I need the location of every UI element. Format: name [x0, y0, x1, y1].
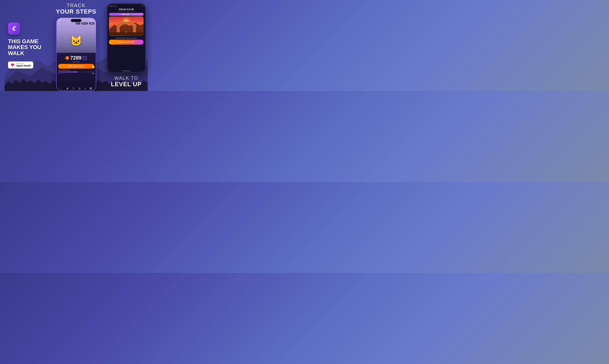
- center-section: TRACK YOUR STEPS 22:40 ▪▪ WiFi 🔋 ⚙ 🔥 1: [51, 0, 101, 91]
- svg-point-10: [126, 31, 127, 32]
- track-line2: YOUR STEPS: [56, 8, 97, 15]
- right-section: Level 1 / 65 ✕ Delicate Arch 🇺🇸 🥾 Comple…: [102, 0, 152, 91]
- track-heading: TRACK YOUR STEPS: [56, 0, 97, 15]
- nav-trophy-icon[interactable]: 🏆: [72, 87, 75, 90]
- walk-to-heading: WALK TO LEVEL UP: [111, 75, 142, 88]
- hike-icon: 🥾: [117, 10, 119, 12]
- works-with-label: Works with: [16, 63, 31, 65]
- app-icon-letter: €: [12, 25, 16, 32]
- progress-bar: [58, 72, 94, 72]
- arrow-icon: → 3: [92, 69, 94, 71]
- phone2-image: [109, 16, 144, 36]
- phone-frame: 22:40 ▪▪ WiFi 🔋 ⚙ 🔥 1 💎 3999 lv.3: [56, 18, 96, 91]
- nav-tasks-icon[interactable]: 📋: [66, 87, 69, 90]
- track-line1: TRACK: [56, 3, 97, 8]
- level-label: lv.3: [90, 23, 93, 24]
- phone2-title-area: Delicate Arch 🇺🇸 🥾 Complete this hike to…: [107, 7, 145, 12]
- walk-to-label: WALK TO: [111, 75, 142, 81]
- phone-top-bar: 🔥 1 💎 3999 lv.3: [58, 22, 95, 25]
- phone2-collect-button[interactable]: Collect reward (+25 💎): [109, 40, 144, 45]
- phone-bottom-panel: 🏆 7289 29% Steps today LOG +3822 STEPS 👆…: [57, 53, 96, 91]
- level-up-label: LEVEL UP: [111, 81, 142, 88]
- level-badge: lv.3: [89, 22, 94, 25]
- health-heart-icon: [10, 63, 15, 67]
- logged-prefix: 3467: [58, 69, 61, 71]
- phone-status-icons: ▪▪ WiFi 🔋: [89, 20, 94, 21]
- gem-count: 3999: [84, 23, 87, 24]
- tagline-line1: THIS GAME: [8, 38, 39, 44]
- tagline-line2: MAKES YOU: [8, 44, 41, 50]
- diamond-icon: 💎: [93, 73, 94, 74]
- nav-shop-icon[interactable]: 🏪: [78, 87, 81, 90]
- gem-badge: 💎 3999: [81, 22, 88, 25]
- logged-plus: +12538: [61, 69, 65, 71]
- phone-time: 22:40: [58, 20, 61, 21]
- steps-display: 🏆 7289 29%: [58, 54, 94, 61]
- steps-number: 7289: [70, 55, 82, 61]
- app-icon: €: [8, 23, 20, 34]
- phone2-close-button[interactable]: ✕: [142, 5, 143, 7]
- phone2-subtitle: 🥾 Complete this hike to level up!: [109, 10, 143, 12]
- flame-icon: 🔥: [77, 23, 78, 24]
- nav-stats-icon[interactable]: 📊: [90, 87, 92, 90]
- progress-labels: 3 467 / 6 500 18 💎: [58, 73, 94, 74]
- tagline: THIS GAME MAKES YOU WALK: [8, 39, 41, 56]
- flame-count: 1: [79, 23, 79, 24]
- trophy-icon: 🏆: [65, 56, 69, 60]
- phone2-progress-pill: 2 400 / 2 400 👟: [109, 13, 144, 16]
- phone-status-bar: 22:40 ▪▪ WiFi 🔋: [58, 19, 94, 22]
- tagline-line3: WALK: [8, 50, 24, 56]
- hand-pointer-icon: 👆: [91, 64, 96, 68]
- right-phone: Level 1 / 65 ✕ Delicate Arch 🇺🇸 🥾 Comple…: [107, 3, 146, 73]
- center-phone: 22:40 ▪▪ WiFi 🔋 ⚙ 🔥 1 💎 3999 lv.3: [56, 18, 96, 91]
- left-section: € THIS GAME MAKES YOU WALK Works with Ap…: [4, 0, 49, 91]
- gem-icon: 💎: [83, 23, 84, 24]
- log-steps-button[interactable]: LOG +3822 STEPS 👆: [58, 64, 94, 69]
- phone-nav: 🚶 📋 🏆 🏪 ⊞ 📊: [57, 87, 96, 90]
- logged-suffix: Logged: [66, 69, 70, 71]
- progress-bar-fill: [58, 72, 77, 72]
- nav-grid-icon[interactable]: ⊞: [84, 87, 86, 90]
- phone2-complete-text: Level completed, claim your reward: [107, 36, 145, 40]
- gem-reward: 18 💎: [91, 73, 94, 74]
- phone2-status: Level 1 / 65 ✕: [107, 4, 145, 7]
- apple-health-text: Works with Apple Health: [16, 63, 31, 67]
- phone2-location: Delicate Arch 🇺🇸: [109, 8, 143, 10]
- arch-svg: [109, 16, 144, 36]
- phone2-home-indicator: [122, 71, 130, 71]
- steps-label: Steps today: [58, 61, 94, 63]
- progress-start: 3 467 / 6 500: [58, 73, 65, 74]
- apple-health-label: Apple Health: [16, 65, 31, 67]
- nav-walk-icon[interactable]: 🚶: [60, 87, 63, 90]
- steps-percent: 29%: [83, 56, 87, 60]
- cat-character: 🐱: [70, 35, 82, 47]
- flame-badge: 🔥 1: [76, 22, 80, 25]
- logged-info: 3467 +12538 Logged → 3: [58, 69, 94, 71]
- apple-health-badge[interactable]: Works with Apple Health: [8, 62, 33, 68]
- phone2-level: Level 1 / 65: [109, 5, 116, 7]
